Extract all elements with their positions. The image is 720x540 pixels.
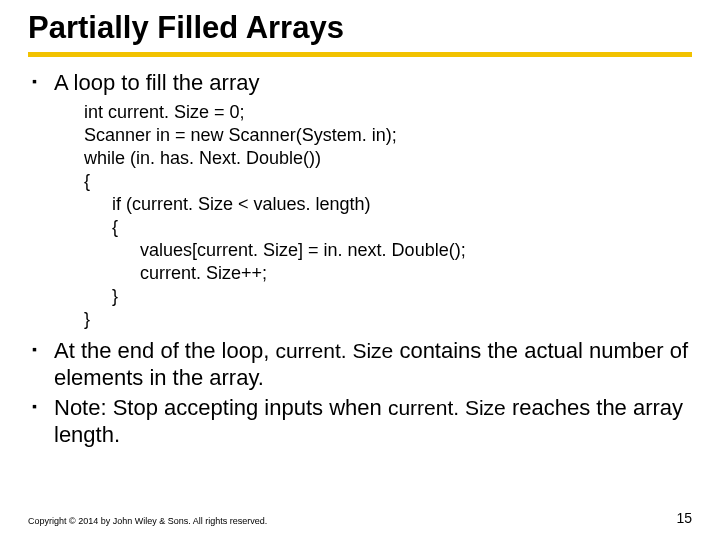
code-line: } [84,308,692,331]
inline-code: current. Size [275,339,393,362]
text-prefix: Note: Stop accepting inputs when [54,395,388,420]
code-line: } [112,285,692,308]
bullet-item-1: A loop to fill the array int current. Si… [32,69,692,331]
bullet-text: At the end of the loop, current. Size co… [54,338,688,391]
slide: Partially Filled Arrays A loop to fill t… [0,0,720,540]
bullet-list: A loop to fill the array int current. Si… [28,69,692,449]
bullet-item-3: Note: Stop accepting inputs when current… [32,394,692,449]
code-inner: if (current. Size < values. length) { va… [84,193,692,308]
text-prefix: At the end of the loop, [54,338,275,363]
code-line: values[current. Size] = in. next. Double… [140,239,692,262]
code-line: current. Size++; [140,262,692,285]
code-line: { [112,216,692,239]
code-line: { [84,170,692,193]
inline-code: current. Size [388,396,506,419]
code-line: while (in. has. Next. Double()) [84,147,692,170]
code-line: Scanner in = new Scanner(System. in); [84,124,692,147]
code-block: int current. Size = 0; Scanner in = new … [84,101,692,331]
bullet-text: A loop to fill the array [54,70,259,95]
copyright-text: Copyright © 2014 by John Wiley & Sons. A… [28,516,267,526]
page-number: 15 [676,510,692,526]
code-line: int current. Size = 0; [84,101,692,124]
bullet-text: Note: Stop accepting inputs when current… [54,395,683,448]
title-underline [28,52,692,57]
code-line: if (current. Size < values. length) [112,193,692,216]
slide-footer: Copyright © 2014 by John Wiley & Sons. A… [28,510,692,526]
bullet-item-2: At the end of the loop, current. Size co… [32,337,692,392]
slide-title: Partially Filled Arrays [28,10,692,52]
code-inner-2: values[current. Size] = in. next. Double… [112,239,692,285]
